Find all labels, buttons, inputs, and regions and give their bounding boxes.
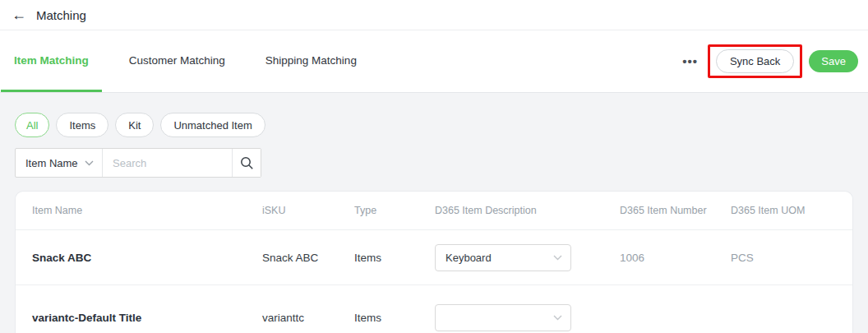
col-header-d365-uom: D365 Item UOM xyxy=(731,205,836,216)
search-row: Item Name xyxy=(15,148,853,178)
col-header-isku: iSKU xyxy=(262,205,354,216)
more-options-icon[interactable]: ••• xyxy=(681,52,699,71)
col-header-d365-number: D365 Item Number xyxy=(620,205,731,216)
col-header-item-name: Item Name xyxy=(32,205,262,216)
table-header-row: Item Name iSKU Type D365 Item Descriptio… xyxy=(16,192,852,229)
chevron-down-icon xyxy=(85,160,94,166)
search-button[interactable] xyxy=(232,149,261,177)
top-bar: ← Matching xyxy=(0,0,868,30)
main-content: All Items Kit Unmatched Item Item Name I… xyxy=(0,113,868,333)
chevron-down-icon xyxy=(553,315,562,321)
search-input[interactable] xyxy=(103,149,232,177)
cell-isku: Snack ABC xyxy=(262,252,354,264)
filter-all[interactable]: All xyxy=(15,113,49,137)
chevron-down-icon xyxy=(553,255,562,261)
tab-shipping-matching[interactable]: Shipping Matching xyxy=(252,30,370,92)
cell-d365-uom: PCS xyxy=(731,252,836,264)
cell-type: Items xyxy=(354,252,435,264)
cell-isku: varianttc xyxy=(262,312,354,324)
col-header-type: Type xyxy=(354,205,435,216)
search-field-select[interactable]: Item Name xyxy=(16,149,103,177)
filter-unmatched-item[interactable]: Unmatched Item xyxy=(160,113,265,137)
sync-back-highlight-annotation: Sync Back xyxy=(708,44,802,78)
search-group: Item Name xyxy=(15,148,261,178)
tab-customer-matching[interactable]: Customer Matching xyxy=(116,30,238,92)
sync-back-button[interactable]: Sync Back xyxy=(716,49,794,73)
tab-actions: ••• Sync Back Save xyxy=(681,30,858,92)
save-button[interactable]: Save xyxy=(809,50,858,72)
search-icon xyxy=(240,156,254,170)
filter-items[interactable]: Items xyxy=(56,113,108,137)
filter-pills: All Items Kit Unmatched Item xyxy=(15,113,853,137)
filter-kit[interactable]: Kit xyxy=(115,113,154,137)
page-title: Matching xyxy=(36,8,86,22)
d365-description-dropdown[interactable]: Keyboard xyxy=(435,244,571,271)
cell-item-name: Snack ABC xyxy=(32,252,262,264)
cell-d365-number: 1006 xyxy=(620,252,731,264)
table-row: Snack ABC Snack ABC Items Keyboard 1006 … xyxy=(16,229,852,284)
cell-item-name: variantc-Default Title xyxy=(32,312,262,324)
search-field-select-value: Item Name xyxy=(25,157,78,169)
back-icon[interactable]: ← xyxy=(12,7,26,22)
table-row: variantc-Default Title varianttc Items xyxy=(16,284,852,333)
matching-table-card: Item Name iSKU Type D365 Item Descriptio… xyxy=(15,191,853,333)
d365-description-dropdown[interactable] xyxy=(435,304,571,331)
tab-bar: Item Matching Customer Matching Shipping… xyxy=(0,30,868,93)
cell-type: Items xyxy=(354,312,435,324)
tab-item-matching[interactable]: Item Matching xyxy=(1,30,102,92)
d365-description-dropdown-value: Keyboard xyxy=(446,252,492,264)
col-header-d365-description: D365 Item Description xyxy=(435,205,620,216)
